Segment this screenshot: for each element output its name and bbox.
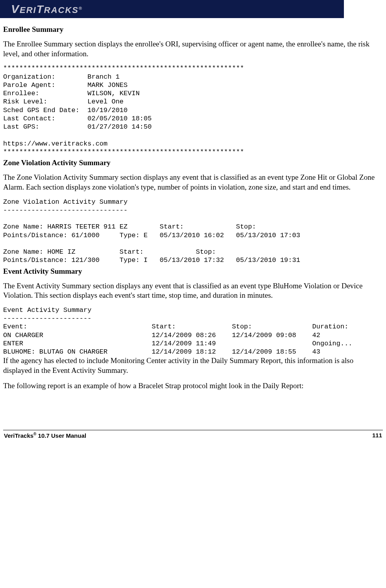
enrollee-summary-block: ****************************************… [3,64,383,156]
event-activity-para-3: The following report is an example of ho… [3,381,383,391]
header-bar: VERITRACKS® [0,0,344,18]
zone-violation-para: The Zone Violation Activity Summary sect… [3,173,383,192]
footer-product: VeriTracks [4,432,33,439]
brand-logo: VERITRACKS® [11,2,83,16]
event-activity-para: The Event Activity Summary section displ… [3,281,383,300]
page-content: Enrollee Summary The Enrollee Summary se… [0,25,386,391]
event-activity-heading: Event Activity Summary [3,267,383,276]
event-activity-block: Event Activity Summary -----------------… [3,306,383,356]
event-activity-para-2: If the agency has elected to include Mon… [3,356,383,375]
brand-part-2: RACKS [44,5,79,15]
footer-rule [3,430,383,430]
page-footer: VeriTracks® 10.7 User Manual 111 [0,432,386,450]
zone-violation-block: Zone Violation Activity Summary --------… [3,198,383,265]
zone-violation-heading: Zone Violation Activity Summary [3,159,383,167]
enrollee-summary-para: The Enrollee Summary section displays th… [3,39,383,59]
brand-v: V [11,2,20,15]
footer-page-number: 111 [372,432,382,439]
footer-manual: 10.7 User Manual [36,432,86,439]
enrollee-summary-heading: Enrollee Summary [3,25,383,34]
footer-title: VeriTracks® 10.7 User Manual [4,432,86,439]
brand-reg: ® [79,6,83,11]
brand-part-1: ERI [20,5,37,15]
brand-t: T [37,3,44,15]
